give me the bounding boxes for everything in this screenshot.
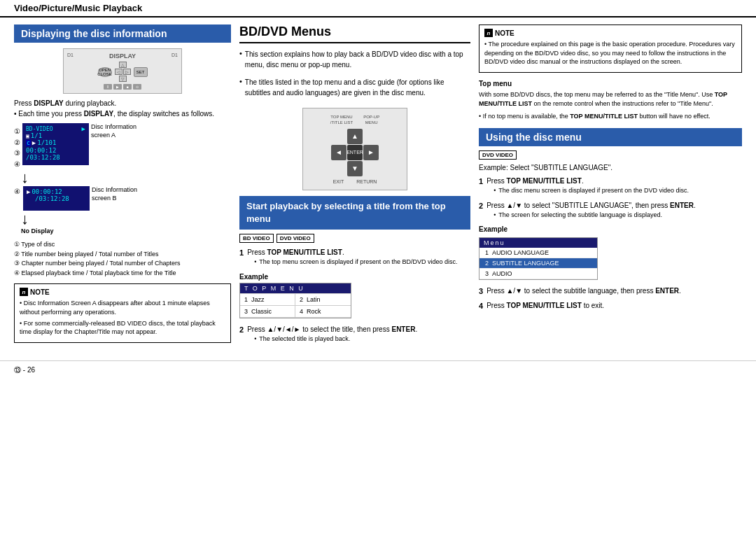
top-menu-note: • If no top menu is available, the TOP M…: [479, 112, 742, 122]
left-column: Displaying the disc information D1 DISPL…: [14, 24, 231, 348]
example-label-right: Example: [479, 225, 742, 233]
arrow-down-2: ↓: [21, 211, 29, 227]
page-number: ⑬ - 26: [14, 366, 35, 374]
bullet-1: • This section explains how to play back…: [239, 49, 470, 74]
mid-step-1: 1 Press TOP MENU/TITLE LIST. •The top me…: [239, 247, 470, 269]
menu-item-audio3: 3AUDIO: [479, 269, 597, 279]
right-note-box: n NOTE • The procedure explained on this…: [479, 24, 742, 73]
example-select-text: Example: Select "SUBTITLE LANGUAGE".: [479, 164, 742, 171]
bullet-2: • The titles listed in the top menu and …: [239, 77, 470, 102]
dvd-video-badge-right: DVD VIDEO: [479, 150, 517, 160]
middle-column: BD/DVD Menus • This section explains how…: [239, 24, 470, 348]
badge-row: BD VIDEO DVD VIDEO: [239, 234, 470, 243]
right-column: n NOTE • The procedure explained on this…: [479, 24, 742, 348]
step1-sub: •The top menu screen is displayed if pre…: [254, 258, 470, 267]
bd-dvd-title: BD/DVD Menus: [239, 24, 470, 43]
press-display-text: Press DISPLAY during playback.: [14, 99, 231, 107]
menu-item-audio: 1AUDIO LANGUAGE: [479, 248, 597, 258]
menu-item-classic: 3 Classic: [240, 306, 295, 318]
note-text-1: • Disc Information Screen A disappears a…: [20, 299, 225, 316]
menu-item-jazz: 1 Jazz: [240, 294, 295, 306]
each-press-text: • Each time you press DISPLAY, the displ…: [14, 110, 231, 118]
disc-info-screens: ① ② ③ ④ BD-VIDEO ▶ ▣ 1/1: [14, 123, 231, 234]
remote-image: TOP MENU/TITLE LIST POP-UPMENU ▲ ◄ ENTER…: [239, 108, 470, 190]
using-disc-title: Using the disc menu: [479, 128, 742, 146]
menu-item-subtitle: 2SUBTITLE LANGUAGE: [479, 258, 597, 269]
right-step-3: 3 Press ▲/▼ to select the subtitle langu…: [479, 286, 742, 297]
right-note-icon: n: [484, 29, 493, 37]
top-menu-grid: 1 Jazz 2 Latin 3 Classic 4 Rock: [240, 293, 351, 318]
step2-sub: •The selected title is played back.: [254, 335, 470, 344]
example-label-mid: Example: [239, 273, 470, 281]
top-menu-section-title: Top menu: [479, 80, 742, 87]
left-note-title: n NOTE: [20, 288, 225, 296]
dvd-video-badge: DVD VIDEO: [276, 234, 314, 243]
menu-example-table: Menu 1AUDIO LANGUAGE 2SUBTITLE LANGUAGE …: [479, 237, 598, 280]
screen-b-label: Disc Information screen B: [92, 186, 151, 202]
left-section-title: Displaying the disc information: [14, 24, 231, 43]
device-image: D1 DISPLAY D1 OPENCLOSE △ ◁ ▷ ▽ SET: [14, 48, 231, 94]
right-note-text: • The procedure explained on this page i…: [484, 40, 736, 66]
top-menu-desc: With some BD/DVD discs, the top menu may…: [479, 90, 742, 109]
right-step1-sub: •The disc menu screen is displayed if pr…: [493, 186, 742, 195]
top-menu-header: T O P M E N U: [240, 283, 351, 293]
menu-item-rock: 4 Rock: [295, 306, 351, 318]
page-footer: ⑬ - 26: [0, 360, 756, 379]
right-step-2: 2 Press ▲/▼ to select "SUBTITLE LANGUAGE…: [479, 200, 742, 222]
arrow-down: ↓: [21, 169, 29, 186]
note-icon: n: [20, 288, 28, 296]
top-menu-table: T O P M E N U 1 Jazz 2 Latin 3 Classic 4…: [239, 283, 351, 318]
dvd-badge-row: DVD VIDEO: [479, 150, 742, 160]
page-header-title: Video/Picture/Music Playback: [14, 3, 142, 13]
left-note-box: n NOTE • Disc Information Screen A disap…: [14, 283, 231, 342]
right-step-1: 1 Press TOP MENU/TITLE LIST. •The disc m…: [479, 176, 742, 197]
right-note-title: n NOTE: [484, 29, 736, 37]
top-menu-section: Top menu With some BD/DVD discs, the top…: [479, 80, 742, 122]
note-text-2: • For some commercially-released BD VIDE…: [20, 319, 225, 337]
no-display-label: No Display: [21, 227, 54, 234]
screen-a-label: Disc Information screen A: [91, 123, 150, 139]
right-step2-sub: •The screen for selecting the subtitle l…: [493, 211, 742, 220]
mid-step-2: 2 Press ▲/▼/◄/► to select the title, the…: [239, 324, 470, 346]
menu-item-latin: 2 Latin: [295, 294, 351, 306]
page-header: Video/Picture/Music Playback: [0, 0, 756, 17]
bd-video-badge: BD VIDEO: [239, 234, 274, 243]
right-step-4: 4 Press TOP MENU/TITLE LIST to exit.: [479, 300, 742, 312]
start-playback-title: Start playback by selecting a title from…: [239, 196, 470, 230]
menu-header: Menu: [479, 238, 597, 248]
annotation-labels: ① Type of disc ② Title number being play…: [14, 240, 231, 278]
